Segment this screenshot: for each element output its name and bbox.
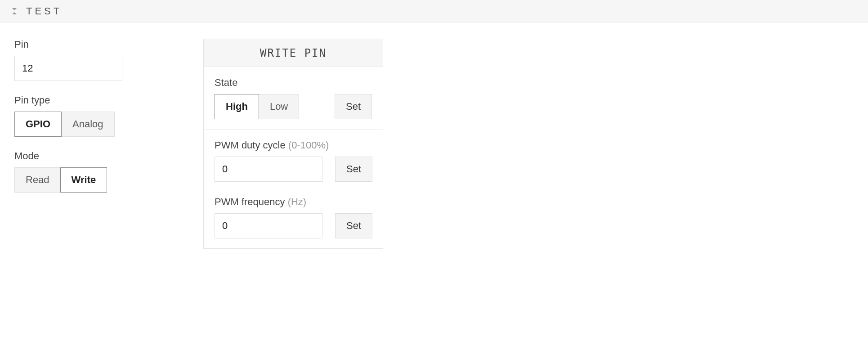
state-high-button[interactable]: High: [215, 94, 259, 119]
mode-write-button[interactable]: Write: [60, 167, 107, 193]
pwm-duty-set-button[interactable]: Set: [335, 157, 372, 182]
pwm-freq-label: PWM frequency (Hz): [215, 196, 372, 208]
pin-label: Pin: [14, 39, 158, 50]
pwm-duty-label: PWM duty cycle (0-100%): [215, 139, 372, 151]
write-pin-title: WRITE PIN: [204, 39, 383, 67]
pwm-duty-input[interactable]: [215, 157, 322, 182]
pin-input[interactable]: [14, 56, 122, 81]
write-pin-panel: WRITE PIN State High Low Set PWM duty cy…: [203, 39, 383, 249]
state-toggle: High Low: [215, 94, 299, 119]
pin-type-label: Pin type: [14, 94, 158, 106]
pwm-freq-label-text: PWM frequency: [215, 196, 285, 207]
collapse-icon[interactable]: [11, 8, 18, 15]
state-low-button[interactable]: Low: [259, 94, 299, 119]
state-label: State: [215, 77, 372, 89]
mode-label: Mode: [14, 150, 158, 162]
pwm-duty-label-text: PWM duty cycle: [215, 139, 286, 151]
pwm-freq-hint: (Hz): [288, 196, 307, 207]
state-set-button[interactable]: Set: [335, 94, 372, 119]
pwm-freq-input[interactable]: [215, 213, 322, 238]
pwm-freq-set-button[interactable]: Set: [335, 213, 372, 238]
pin-type-toggle: GPIO Analog: [14, 112, 158, 137]
pin-type-gpio-button[interactable]: GPIO: [14, 112, 62, 137]
mode-read-button[interactable]: Read: [14, 167, 61, 193]
mode-toggle: Read Write: [14, 167, 158, 193]
pwm-duty-hint: (0-100%): [288, 139, 329, 151]
page-title: TEST: [26, 5, 62, 17]
pin-type-analog-button[interactable]: Analog: [61, 112, 115, 137]
